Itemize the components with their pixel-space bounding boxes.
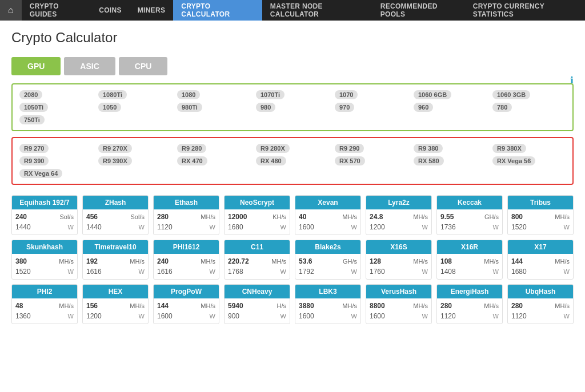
gpu-chip[interactable]: 960 [414, 103, 487, 112]
algo-watt-row: 1760 W [370, 266, 428, 277]
chip-label: 980Ti [177, 103, 202, 112]
main-content: Crypto Calculator GPUASICCPU 20801080Ti1… [0, 21, 585, 333]
algo-body: 53.6 GH/s 1792 W [295, 254, 360, 279]
algo-watt-unit: W [351, 268, 357, 275]
nav-item-master-node-calculator[interactable]: MASTER NODE CALCULATOR [262, 0, 372, 21]
gpu-chip[interactable]: R9 290 [335, 144, 408, 153]
algo-body: 240 MH/s 1616 W [154, 254, 219, 279]
gpu-chip[interactable]: R9 390X [98, 156, 171, 165]
algo-hashrate-row: 144 MH/s [157, 301, 215, 311]
nav-item-crypto-currency-statistics[interactable]: CRYPTO CURRENCY STATISTICS [465, 0, 585, 21]
navbar: ⌂ CRYPTO GUIDESCOINSMINERSCRYPTO CALCULA… [0, 0, 585, 21]
algo-body: 280 MH/s 1120 W [437, 298, 502, 324]
algo-watt: 1120 [511, 312, 527, 320]
hw-btn-asic[interactable]: ASIC [64, 57, 115, 75]
algo-hashrate-row: 240 Sol/s [15, 212, 74, 222]
algo-value: 53.6 [299, 257, 312, 265]
gpu-chip[interactable]: 1080 [177, 90, 250, 99]
algo-hashrate-row: 24.8 MH/s [370, 212, 428, 222]
gpu-chip[interactable]: R9 390 [19, 156, 93, 165]
algo-body: 3880 MH/s 1600 W [295, 298, 360, 324]
algo-hashrate-row: 280 MH/s [511, 301, 570, 311]
algo-watt: 1616 [86, 268, 102, 276]
algo-unit: MH/s [201, 258, 215, 265]
algo-card: X17 144 MH/s 1680 W [507, 240, 574, 280]
algo-value: 128 [370, 257, 381, 265]
algo-watt-row: 1408 W [440, 266, 499, 277]
gpu-chip[interactable]: 1050Ti [19, 103, 93, 112]
gpu-chip[interactable]: 1060 3GB [492, 90, 566, 99]
algo-name: Timetravel10 [83, 240, 148, 254]
gpu-chip[interactable]: R9 270 [19, 144, 93, 153]
gpu-chip[interactable]: 1060 6GB [414, 90, 487, 99]
algo-hashrate-row: 156 MH/s [86, 301, 145, 311]
gpu-chip[interactable]: R9 280X [256, 144, 329, 153]
algo-watt: 1600 [299, 223, 314, 231]
home-button[interactable]: ⌂ [0, 0, 22, 21]
gpu-chip[interactable]: 1080Ti [98, 90, 171, 99]
algo-name: HEX [83, 285, 148, 298]
algo-unit: MH/s [201, 302, 215, 309]
algo-hashrate-row: 40 MH/s [299, 212, 357, 222]
gpu-chip[interactable]: 980 [256, 103, 329, 112]
algo-watt-row: 1520 W [15, 266, 74, 277]
algo-value: 156 [86, 302, 98, 310]
algo-watt: 1520 [511, 223, 527, 231]
algo-hashrate-row: 108 MH/s [440, 256, 499, 266]
hw-btn-gpu[interactable]: GPU [11, 57, 61, 75]
algo-name: Lyra2z [366, 196, 431, 209]
algo-name: X16R [437, 240, 502, 254]
gpu-chip[interactable]: RX 470 [177, 156, 250, 165]
gpu-chip[interactable]: R9 380X [492, 144, 566, 153]
gpu-chip[interactable]: 2080 [19, 90, 93, 99]
gpu-chip[interactable]: R9 380 [414, 144, 487, 153]
algo-watt-unit: W [68, 313, 74, 320]
nav-item-coins[interactable]: COINS [91, 0, 130, 21]
gpu-chip[interactable]: 1070 [335, 90, 408, 99]
algo-watt-row: 1120 W [511, 311, 570, 321]
algo-body: 8800 MH/s 1600 W [366, 298, 431, 324]
algo-watt: 1600 [370, 312, 385, 320]
nav-item-recommended-pools[interactable]: RECOMMENDED POOLS [372, 0, 465, 21]
nav-item-crypto-calculator[interactable]: CRYPTO CALCULATOR [173, 0, 262, 21]
algo-name: C11 [225, 240, 290, 254]
nav-item-crypto-guides[interactable]: CRYPTO GUIDES [22, 0, 91, 21]
gpu-chip[interactable]: 780 [492, 103, 566, 112]
chip-label: 980 [256, 103, 275, 112]
gpu-chip[interactable]: R9 270X [98, 144, 171, 153]
gpu-chip[interactable]: RX Vega 64 [19, 169, 93, 178]
algo-unit: MH/s [413, 213, 428, 220]
algo-unit: H/s [277, 302, 287, 309]
algo-value: 220.72 [228, 257, 249, 265]
gpu-chip[interactable]: 1070Ti [256, 90, 329, 99]
gpu-chip[interactable]: 1050 [98, 103, 171, 112]
algo-value: 24.8 [370, 213, 383, 221]
chip-label: 1080 [177, 90, 200, 99]
chip-label: RX Vega 56 [492, 156, 535, 165]
hw-btn-cpu[interactable]: CPU [119, 57, 168, 75]
nav-item-miners[interactable]: MINERS [130, 0, 173, 21]
algo-watt-unit: W [422, 224, 428, 231]
algo-hashrate-row: 380 MH/s [15, 256, 74, 266]
algo-watt-unit: W [68, 224, 74, 231]
gpu-chip[interactable]: 970 [335, 103, 408, 112]
algo-watt-unit: W [564, 224, 570, 231]
gpu-chip[interactable]: RX 570 [335, 156, 408, 165]
info-icon[interactable]: ℹ [570, 75, 574, 86]
algo-watt-row: 1616 W [157, 266, 215, 277]
gpu-chip[interactable]: RX 580 [414, 156, 487, 165]
algo-body: 40 MH/s 1600 W [295, 209, 360, 235]
home-icon: ⌂ [8, 5, 14, 15]
algo-card: X16R 108 MH/s 1408 W [436, 240, 503, 280]
algo-value: 280 [440, 302, 452, 310]
gpu-chip[interactable]: R9 280 [177, 144, 250, 153]
algo-watt-unit: W [564, 313, 570, 320]
algo-watt: 1792 [299, 268, 314, 276]
gpu-chip[interactable]: RX Vega 56 [492, 156, 566, 165]
gpu-chip[interactable]: 750Ti [19, 115, 93, 124]
gpu-chip[interactable]: RX 480 [256, 156, 329, 165]
gpu-chip[interactable]: 980Ti [177, 103, 250, 112]
algo-name: UbqHash [508, 285, 573, 298]
algo-unit: Sol/s [60, 213, 74, 220]
algo-hashrate-row: 5940 H/s [228, 301, 286, 311]
